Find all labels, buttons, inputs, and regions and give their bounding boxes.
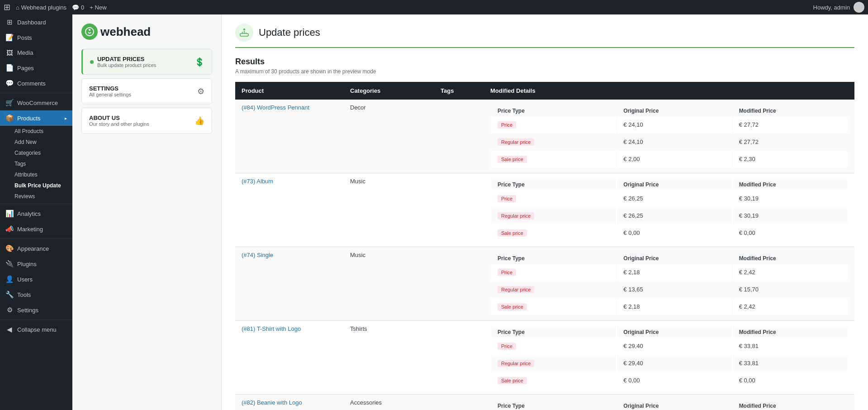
plugin-menu-about-us[interactable]: ABOUT US Our story and other plugins 👍 <box>81 108 212 133</box>
wp-icon[interactable]: ⊞ <box>4 2 10 12</box>
tags-cell <box>434 173 484 247</box>
product-cell: (#73) Album <box>235 173 344 247</box>
comments-link[interactable]: 💬 0 <box>72 4 84 11</box>
price-type-cell: Price <box>491 117 616 133</box>
sidebar-item-woocommerce[interactable]: 🛒 WooCommerce <box>0 95 72 110</box>
sidebar-item-appearance[interactable]: 🎨 Appearance <box>0 241 72 256</box>
sidebar-item-label: WooCommerce <box>17 100 58 106</box>
site-name[interactable]: ⌂ Webhead plugins <box>16 4 66 11</box>
sidebar-item-marketing[interactable]: 📣 Marketing <box>0 221 72 237</box>
original-price-cell: € 0,00 <box>617 225 731 241</box>
original-price-cell: € 2,18 <box>617 264 731 281</box>
detail-col-header: Price Type <box>491 326 616 337</box>
detail-header-row: Price TypeOriginal PriceModified Price <box>491 326 847 337</box>
category-cell: Decor <box>344 100 434 173</box>
dashboard-icon: ⊞ <box>5 18 14 26</box>
plugin-menu-text: ABOUT US Our story and other plugins <box>89 114 149 127</box>
detail-header-row: Price TypeOriginal PriceModified Price <box>491 179 847 190</box>
price-type-badge: Price <box>498 269 516 276</box>
sidebar-sub-tags[interactable]: Tags <box>0 158 72 169</box>
detail-price-row: Sale price€ 2,00€ 2,30 <box>491 151 847 167</box>
table-row: (#81) T-Shirt with LogoTshirtsPrice Type… <box>235 321 854 395</box>
detail-price-row: Sale price€ 0,00€ 0,00 <box>491 225 847 241</box>
sidebar-item-label: Users <box>17 276 33 283</box>
product-cell: (#74) Single <box>235 247 344 321</box>
detail-header-row: Price TypeOriginal PriceModified Price <box>491 253 847 263</box>
price-type-cell: Regular price <box>491 134 616 150</box>
pages-icon: 📄 <box>5 64 14 72</box>
detail-col-header: Modified Price <box>733 253 847 263</box>
detail-col-header: Modified Price <box>733 400 847 410</box>
modified-price-cell: € 0,00 <box>733 225 847 241</box>
sidebar-sub-all-products[interactable]: All Products <box>0 126 72 137</box>
product-link[interactable]: (#84) WordPress Pennant <box>242 104 309 111</box>
detail-price-row: Regular price€ 13,65€ 15,70 <box>491 281 847 298</box>
product-link[interactable]: (#81) T-Shirt with Logo <box>242 325 301 332</box>
tags-cell <box>434 395 484 410</box>
sidebar-sub-categories[interactable]: Categories <box>0 148 72 158</box>
sidebar-item-dashboard[interactable]: ⊞ Dashboard <box>0 14 72 30</box>
price-type-badge: Price <box>498 343 516 350</box>
plugin-menu-subtitle: All general settings <box>89 92 131 97</box>
product-link[interactable]: (#74) Single <box>242 252 273 258</box>
product-link[interactable]: (#73) Album <box>242 178 273 185</box>
sidebar-item-collapse[interactable]: ◀ Collapse menu <box>0 322 72 337</box>
detail-inner-table: Price TypeOriginal PriceModified PricePr… <box>490 399 848 410</box>
settings-icon: ⚙ <box>5 306 14 314</box>
sidebar-item-products[interactable]: 📦 Products ▸ <box>0 110 72 126</box>
svg-point-0 <box>85 28 94 36</box>
tags-cell <box>434 247 484 321</box>
sidebar-item-plugins[interactable]: 🔌 Plugins <box>0 256 72 272</box>
detail-inner-table: Price TypeOriginal PriceModified PricePr… <box>490 104 848 168</box>
original-price-cell: € 2,18 <box>617 299 731 315</box>
avatar <box>854 2 864 13</box>
table-row: (#73) AlbumMusicPrice TypeOriginal Price… <box>235 173 854 247</box>
new-button[interactable]: + New <box>90 4 106 11</box>
modified-price-cell: € 2,30 <box>733 151 847 167</box>
price-type-badge: Regular price <box>498 138 534 146</box>
sidebar-sub-reviews[interactable]: Reviews <box>0 191 72 202</box>
detail-col-header: Price Type <box>491 179 616 190</box>
detail-price-row: Regular price€ 29,40€ 33,81 <box>491 355 847 372</box>
page-header: Update prices <box>235 24 854 48</box>
products-icon: 📦 <box>5 114 14 122</box>
detail-col-header: Original Price <box>617 253 731 263</box>
price-type-badge: Regular price <box>498 360 534 367</box>
detail-col-header: Original Price <box>617 400 731 410</box>
modified-price-cell: € 15,70 <box>733 281 847 298</box>
modified-price-cell: € 27,72 <box>733 117 847 133</box>
sidebar-divider-1 <box>0 93 72 93</box>
sidebar-sub-add-new[interactable]: Add New <box>0 137 72 148</box>
sidebar-sub-attributes[interactable]: Attributes <box>0 169 72 180</box>
sidebar-item-label: Comments <box>17 80 46 87</box>
modified-price-cell: € 2,42 <box>733 299 847 315</box>
plugin-menu-text: UPDATE PRICES Bulk update product prices <box>97 56 156 68</box>
category-cell: Music <box>344 247 434 321</box>
sidebar-item-settings[interactable]: ⚙ Settings <box>0 302 72 318</box>
sidebar-item-comments[interactable]: 💬 Comments <box>0 76 72 91</box>
product-link[interactable]: (#82) Beanie with Logo <box>242 399 302 406</box>
sidebar-sub-bulk-price[interactable]: Bulk Price Update <box>0 180 72 191</box>
price-type-cell: Regular price <box>491 281 616 298</box>
sidebar-item-label: Marketing <box>17 226 43 233</box>
sidebar-item-label: Collapse menu <box>17 326 57 333</box>
price-type-cell: Sale price <box>491 372 616 389</box>
sidebar-item-media[interactable]: 🖼 Media <box>0 45 72 60</box>
howdy-text: Howdy, admin <box>813 2 864 13</box>
sidebar-item-label: Pages <box>17 65 34 72</box>
sidebar-item-posts[interactable]: 📝 Posts <box>0 30 72 45</box>
detail-price-row: Price€ 26,25€ 30,19 <box>491 191 847 207</box>
sidebar-item-tools[interactable]: 🔧 Tools <box>0 287 72 302</box>
plugin-menu-update-prices[interactable]: UPDATE PRICES Bulk update product prices… <box>81 49 212 75</box>
sidebar-item-users[interactable]: 👤 Users <box>0 272 72 287</box>
original-price-cell: € 29,40 <box>617 338 731 354</box>
sidebar-item-label: Analytics <box>17 210 41 217</box>
sidebar-item-analytics[interactable]: 📊 Analytics <box>0 206 72 221</box>
plugin-menu-settings[interactable]: SETTINGS All general settings ⚙ <box>81 78 212 104</box>
modified-cell: Price TypeOriginal PriceModified PricePr… <box>484 321 854 395</box>
posts-icon: 📝 <box>5 33 14 42</box>
sidebar-item-pages[interactable]: 📄 Pages <box>0 60 72 76</box>
tools-icon: 🔧 <box>5 291 14 299</box>
sidebar-item-label: Posts <box>17 34 32 41</box>
sidebar-item-label: Settings <box>17 307 38 314</box>
